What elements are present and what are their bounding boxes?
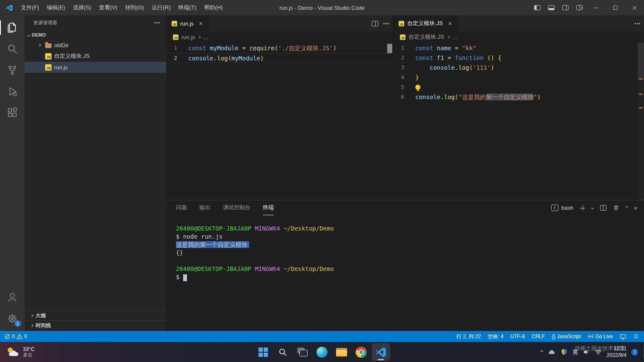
taskbar-search-button[interactable] <box>274 343 292 361</box>
breadcrumb-left[interactable]: JS run.js … <box>166 31 393 43</box>
eol-status[interactable]: CRLF <box>532 333 545 339</box>
source-control-icon[interactable] <box>0 60 25 81</box>
go-live-button[interactable]: Go Live <box>588 333 613 339</box>
start-button[interactable] <box>254 343 273 361</box>
menu-selection[interactable]: 选择(S) <box>69 0 95 15</box>
minimize-button[interactable] <box>586 0 606 15</box>
breadcrumb-symbol[interactable]: … <box>203 34 208 40</box>
tab-custom-module[interactable]: JS 自定义模块.JS <box>393 15 458 31</box>
split-editor-icon[interactable] <box>372 21 378 26</box>
sidebar-title: 资源管理器 <box>33 20 58 26</box>
watermark-text: @稀土掘金技术社区 <box>575 345 624 352</box>
minimap[interactable] <box>638 43 644 200</box>
bell-icon[interactable] <box>633 333 639 339</box>
vscode-taskbar-button[interactable] <box>372 343 390 361</box>
js-file-icon: JS <box>400 34 405 40</box>
menu-help[interactable]: 帮助(H) <box>200 0 227 15</box>
code-line[interactable]: 1const myModule = require('./自定义模块.JS') <box>166 43 393 53</box>
chrome-button[interactable] <box>352 343 371 361</box>
maximize-panel-icon[interactable] <box>625 206 628 209</box>
scrollbar-slider[interactable] <box>387 44 392 53</box>
onedrive-icon[interactable] <box>547 349 556 356</box>
problems-status[interactable]: 0 0 <box>4 333 27 339</box>
tab-run-js[interactable]: JS run.js <box>166 15 209 31</box>
breadcrumb-right[interactable]: JS 自定义模块.JS … <box>393 31 644 43</box>
cursor-position-status[interactable]: 行 2, 列 22 <box>457 333 481 340</box>
more-actions-icon[interactable] <box>385 23 387 24</box>
menu-edit[interactable]: 编辑(E) <box>43 0 69 15</box>
new-terminal-icon[interactable] <box>580 205 585 211</box>
terminal-dropdown-icon[interactable] <box>591 206 594 209</box>
settings-gear-icon[interactable]: 1 <box>0 308 25 329</box>
minimap-mark <box>639 107 643 108</box>
kill-terminal-icon[interactable] <box>613 205 619 211</box>
code-line[interactable]: 6console.log("这是我的第一个自定义模块") <box>393 92 644 102</box>
task-view-button[interactable] <box>293 343 312 361</box>
tree-item-olddir[interactable]: oldDir <box>25 40 166 51</box>
folder-root-demo[interactable]: DEMO <box>25 30 166 40</box>
breadcrumb-symbol[interactable]: … <box>452 34 457 40</box>
encoding-status[interactable]: UTF-8 <box>510 333 525 339</box>
code-token: "这是我的 <box>458 94 486 100</box>
remote-indicator-icon[interactable] <box>620 333 626 340</box>
tab-output[interactable]: 输出 <box>199 200 210 215</box>
tree-item-run-js[interactable]: JS run.js <box>25 62 166 73</box>
code-line[interactable]: 2console.log(myModule) <box>166 53 393 63</box>
code-area-right[interactable]: 1const name = "kk"2const f1 = function (… <box>393 43 644 200</box>
more-actions-icon[interactable] <box>637 23 638 24</box>
tab-debug-console[interactable]: 调试控制台 <box>223 200 250 215</box>
menu-terminal[interactable]: 终端(T) <box>174 0 200 15</box>
code-line[interactable]: 3 console.log('111') <box>393 63 644 73</box>
toggle-secondary-sidebar-icon[interactable] <box>558 0 572 15</box>
timeline-section[interactable]: 时间线 <box>25 320 166 330</box>
extensions-icon[interactable] <box>0 102 25 123</box>
code-line[interactable]: 2const f1 = function () { <box>393 53 644 63</box>
accounts-icon[interactable] <box>0 287 25 308</box>
code-token: log <box>444 94 454 100</box>
indentation-status[interactable]: 空格: 4 <box>488 333 503 340</box>
code-token: myModule <box>210 45 239 51</box>
lightbulb-icon[interactable] <box>415 85 420 90</box>
editor-and-panel: JS run.js JS run.js … <box>166 15 644 331</box>
explorer-icon[interactable] <box>0 17 25 38</box>
terminal-profile-select[interactable]: bash <box>551 205 573 211</box>
tab-terminal[interactable]: 终端 <box>263 200 274 215</box>
notification-count-badge[interactable]: 1 <box>631 349 638 356</box>
defender-shield-icon[interactable] <box>561 348 568 356</box>
terminal-line <box>176 257 644 265</box>
tab-problems[interactable]: 问题 <box>176 200 187 215</box>
language-status[interactable]: {} JavaScript <box>552 333 581 339</box>
menu-go[interactable]: 转到(G) <box>121 0 148 15</box>
terminal-output[interactable]: 26480@DESKTOP-JBAJA0P MINGW64 ~/Desktop/… <box>166 215 644 331</box>
tab-close-icon[interactable] <box>446 20 454 28</box>
tray-expand-icon[interactable] <box>540 351 543 353</box>
breadcrumb-file[interactable]: 自定义模块.JS <box>408 33 444 41</box>
code-token: } <box>415 74 419 81</box>
toggle-panel-icon[interactable] <box>544 0 558 15</box>
search-icon[interactable] <box>0 38 25 60</box>
menu-view[interactable]: 查看(V) <box>95 0 121 15</box>
close-panel-icon[interactable] <box>634 206 638 210</box>
minimap-slider[interactable] <box>638 43 644 80</box>
menu-file[interactable]: 文件(F) <box>17 0 43 15</box>
tree-item-custom-module[interactable]: JS 自定义模块.JS <box>25 51 166 62</box>
run-debug-icon[interactable] <box>0 81 25 102</box>
edge-button[interactable] <box>313 343 331 361</box>
customize-layout-icon[interactable] <box>572 0 586 15</box>
weather-widget[interactable]: 33°C 多云 <box>3 342 38 362</box>
code-line[interactable]: 4} <box>393 73 644 83</box>
code-area-left[interactable]: 1const myModule = require('./自定义模块.JS')2… <box>166 43 393 200</box>
code-line[interactable]: 1const name = "kk" <box>393 43 644 53</box>
split-terminal-icon[interactable] <box>600 205 607 211</box>
close-button[interactable] <box>625 0 644 15</box>
outline-section[interactable]: 大纲 <box>25 311 166 320</box>
sidebar-more-actions-icon[interactable] <box>156 22 158 23</box>
code-token: ( <box>228 55 231 62</box>
toggle-sidebar-icon[interactable] <box>530 0 544 15</box>
breadcrumb-file[interactable]: run.js <box>181 34 195 40</box>
menu-run[interactable]: 运行(R) <box>148 0 174 15</box>
file-explorer-button[interactable] <box>333 343 351 361</box>
tab-close-icon[interactable] <box>197 20 205 28</box>
code-line[interactable]: 5 <box>393 83 644 92</box>
maximize-button[interactable] <box>606 0 625 15</box>
